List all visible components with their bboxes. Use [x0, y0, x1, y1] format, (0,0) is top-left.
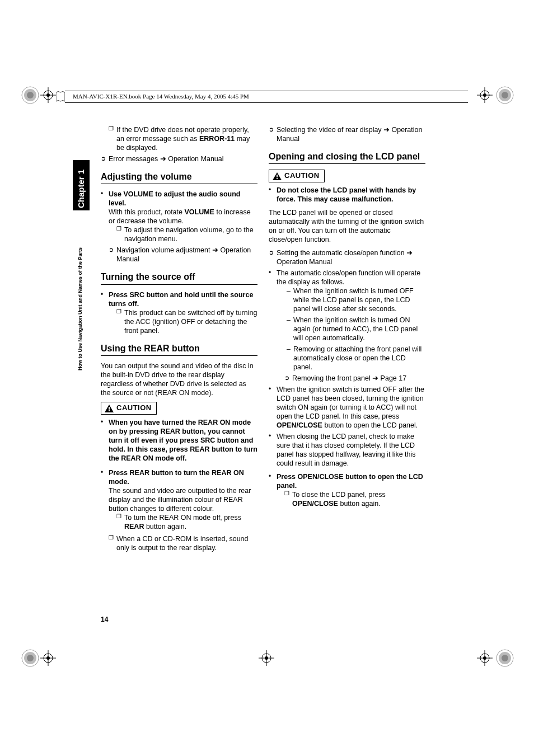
paragraph: The LCD panel will be opened or closed a…: [269, 208, 425, 244]
svg-point-8: [27, 655, 34, 661]
registration-mark: [477, 650, 493, 666]
registration-mark: [477, 87, 493, 103]
svg-rect-34: [277, 175, 278, 177]
heading-open-close-lcd: Opening and closing the LCD panel: [269, 151, 425, 164]
svg-point-5: [502, 92, 508, 98]
print-header: MAN-AVIC-X1R-EN.book Page 14 Wednesday, …: [65, 91, 468, 103]
svg-rect-35: [277, 178, 278, 179]
svg-point-11: [502, 655, 508, 661]
caution-box: CAUTION: [269, 170, 325, 182]
svg-point-19: [483, 93, 486, 97]
svg-rect-33: [109, 410, 110, 411]
step-item: Press SRC button and hold until the sour…: [101, 290, 257, 335]
step-bold: Press REAR button to turn the REAR ON mo…: [109, 469, 244, 486]
crop-mark-screw: [495, 648, 515, 668]
xref-item: Error messages ➜ Operation Manual: [101, 154, 257, 163]
book-icon: [56, 91, 65, 103]
paragraph: You can output the sound and video of th…: [101, 361, 257, 397]
heading-using-rear: Using the REAR button: [101, 343, 257, 356]
step-item: Press OPEN/CLOSE button to open the LCD …: [269, 472, 425, 508]
right-column: Selecting the video of rear display ➜ Op…: [269, 125, 425, 511]
svg-point-2: [27, 92, 34, 98]
warning-icon: [105, 405, 114, 412]
step-item: Use VOLUME to adjust the audio sound lev…: [101, 190, 257, 264]
header-text: MAN-AVIC-X1R-EN.book Page 14 Wednesday, …: [73, 93, 249, 100]
left-column: If the DVD drive does not operate proper…: [101, 125, 257, 555]
xref-item: Setting the automatic close/open functio…: [269, 248, 425, 266]
section-side-label-wrap: How to Use Navigation Unit and Names of …: [77, 163, 91, 370]
crop-mark-screw: [20, 85, 40, 105]
step-bold: Press OPEN/CLOSE button to open the LCD …: [277, 473, 423, 490]
list-item: The automatic close/open function will o…: [269, 269, 425, 383]
svg-point-15: [46, 93, 50, 97]
note-item: To turn the REAR ON mode off, press REAR…: [109, 513, 257, 531]
step-bold: Press SRC button and hold until the sour…: [109, 291, 253, 308]
list-item: When the ignition switch is turned OFF a…: [269, 385, 425, 430]
caution-label: CAUTION: [116, 403, 152, 413]
note-item: If the DVD drive does not operate proper…: [101, 125, 257, 152]
dash-item: Removing or attaching the front panel wi…: [277, 345, 425, 372]
registration-mark: [40, 87, 56, 103]
step-bold: Use VOLUME to adjust the audio sound lev…: [109, 190, 240, 207]
dash-item: When the ignition switch is turned ON ag…: [277, 316, 425, 342]
caution-text: Do not close the LCD panel with hands by…: [269, 186, 425, 204]
caution-box: CAUTION: [101, 402, 157, 415]
page-content: If the DVD drive does not operate proper…: [101, 125, 437, 555]
heading-turning-source-off: Turning the source off: [101, 271, 257, 284]
xref-item: Navigation volume adjustment ➜ Operation…: [109, 246, 257, 264]
crop-mark-screw: [495, 85, 515, 105]
caution-text: When you have turned the REAR ON mode on…: [101, 418, 257, 463]
list-item: When closing the LCD panel, check to mak…: [269, 432, 425, 468]
registration-mark: [259, 650, 274, 666]
step-body: The sound and video are outputted to the…: [109, 486, 257, 513]
crop-mark-screw: [20, 648, 40, 668]
step-body: With this product, rotate VOLUME to incr…: [109, 208, 257, 226]
svg-point-31: [483, 656, 486, 660]
svg-point-27: [265, 656, 268, 660]
heading-adjust-volume: Adjusting the volume: [101, 171, 257, 184]
note-item: This product can be switched off by turn…: [109, 308, 257, 335]
note-item: To close the LCD panel, press OPEN/CLOSE…: [277, 490, 425, 508]
xref-item: Removing the front panel ➜ Page 17: [284, 374, 425, 383]
step-item: Press REAR button to turn the REAR ON mo…: [101, 468, 257, 531]
xref-item: Selecting the video of rear display ➜ Op…: [269, 125, 425, 143]
caution-label: CAUTION: [284, 171, 320, 181]
note-item: To adjust the navigation volume, go to t…: [109, 226, 257, 243]
section-side-label: How to Use Navigation Unit and Names of …: [77, 163, 83, 370]
svg-rect-32: [109, 407, 110, 410]
registration-mark: [40, 650, 56, 666]
page-number: 14: [101, 616, 108, 623]
warning-icon: [273, 172, 282, 180]
dash-item: When the ignition switch is turned OFF w…: [277, 287, 425, 313]
text-bold: ERROR-11: [199, 135, 235, 143]
svg-point-23: [46, 656, 50, 660]
note-item: When a CD or CD-ROM is inserted, sound o…: [101, 534, 257, 552]
